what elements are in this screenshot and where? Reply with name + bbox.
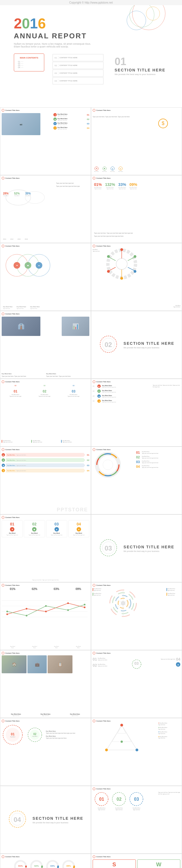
slide-4cards: i Content Title Here 01 ★ Key Word Type … bbox=[0, 515, 91, 582]
svg-point-39 bbox=[6, 613, 8, 615]
slide-row-11: 04 SECTION TITLE HERE We provide the bes… bbox=[0, 786, 182, 854]
svg-point-22 bbox=[120, 277, 123, 280]
svg-text:★: ★ bbox=[16, 264, 18, 267]
slide-business-photo: i Content Title Here 👔 📊 Key Word Here T… bbox=[0, 311, 91, 379]
slide-row-1: i Content Title Here 📷 ★ Key Word Here T… bbox=[0, 107, 182, 175]
slide-row-4: i Content Title Here 👔 📊 Key Word Here T… bbox=[0, 311, 182, 379]
contents-item-3: 03 ····· bbox=[18, 65, 40, 66]
svg-point-71 bbox=[121, 741, 123, 743]
svg-point-45 bbox=[26, 615, 27, 616]
svg-point-69 bbox=[135, 749, 138, 751]
slide-arrows: i Content Title Here ▶ Key Word Here Typ… bbox=[0, 446, 91, 515]
svg-point-20 bbox=[134, 255, 136, 258]
svg-point-24 bbox=[107, 255, 110, 258]
svg-point-21 bbox=[134, 270, 136, 273]
slide-percent-circles: i Content Title Here 01% Key WordHere 02 bbox=[0, 854, 91, 868]
watermark-top: Copyright © http://www.pptstore.net bbox=[0, 0, 182, 5]
slide-circular-icons: i Content Title Here 01 Key Word HereTyp… bbox=[91, 446, 182, 515]
slide-stats: i Content Title Here 01% Key Word HereTy… bbox=[91, 175, 182, 243]
pptstore-watermark: PPTSTORE bbox=[57, 507, 88, 513]
slide-row-6: i Content Title Here ▶ Key Word Here Typ… bbox=[0, 446, 182, 515]
slide-row-5: i Content Title Here " 01 Key Word HereT… bbox=[0, 379, 182, 446]
slide-dollar-diagram: i Content Title Here Type your text here… bbox=[91, 107, 182, 175]
section04-title: SECTION TITLE HERE bbox=[33, 816, 83, 820]
slide-brain: i Content Title Here 28%Key Word 52%Key … bbox=[0, 175, 91, 243]
main-subtitle: Nullam eu tempor purus. Nunc a leo magna… bbox=[14, 42, 91, 48]
contents-item-2: 02 ····· bbox=[18, 63, 40, 65]
svg-text:◆: ◆ bbox=[27, 264, 29, 267]
slide-row-2: i Content Title Here 28%Key Word 52%Key … bbox=[0, 175, 182, 243]
content-item-3: 03 CONTENT TITLE HERE bbox=[53, 69, 103, 77]
svg-point-44 bbox=[6, 611, 8, 612]
section-02-slide: 02 SECTION TITLE HERE We provide the bes… bbox=[91, 311, 182, 379]
slide-num-circles: i Content Title Here 01 Key Word HereTyp… bbox=[91, 786, 182, 854]
section02-sub: We provide the best way to your business bbox=[124, 347, 175, 349]
section04-sub: We provide the best way to your business bbox=[33, 822, 83, 824]
slide-row-7: i Content Title Here 01 ★ Key Word Type … bbox=[0, 515, 182, 582]
section01-sub: We provide the best way to your business bbox=[114, 73, 155, 75]
section03-title: SECTION TITLE HERE bbox=[124, 545, 175, 549]
slide-radial: i Content Title Here Key Word HereTy bbox=[91, 582, 182, 650]
contents-item-4: 04 ····· bbox=[18, 66, 40, 68]
slide-bubbles-0102: i Content Title Here 01 Key Word bbox=[0, 718, 91, 786]
svg-point-23 bbox=[107, 270, 110, 273]
slide-quotes: i Content Title Here " 01 Key Word HereT… bbox=[0, 379, 91, 446]
svg-point-32 bbox=[103, 460, 113, 470]
svg-line-58 bbox=[111, 603, 123, 611]
svg-marker-65 bbox=[106, 725, 137, 750]
content-item-4: 04 CONTENT TITLE HERE bbox=[53, 77, 103, 84]
svg-point-19 bbox=[120, 248, 123, 251]
contents-label: MAIN CONTENTS bbox=[18, 57, 40, 59]
svg-point-40 bbox=[26, 608, 27, 610]
section-04-slide: 04 SECTION TITLE HERE We provide the bes… bbox=[0, 786, 91, 854]
slide-circles: i Content Title Here ★ ◆ ▲ Key Word Here… bbox=[0, 243, 91, 311]
slide-3photos: i Content Title Here 🏠 💼 📋 Key Word Here… bbox=[0, 650, 91, 718]
svg-point-12 bbox=[116, 258, 127, 270]
svg-point-41 bbox=[45, 611, 47, 612]
svg-point-42 bbox=[67, 602, 69, 604]
title-slide: 2016 ANNUAL REPORT Nullam eu tempor puru… bbox=[0, 5, 182, 107]
slide-steps-0304: i Content Title Here 01 Key Word HereTyp… bbox=[91, 650, 182, 718]
slide-row-9: i Content Title Here 🏠 💼 📋 Key Word Here… bbox=[0, 650, 182, 718]
slide-triangles: i Content Title Here 01 Key Word Her bbox=[91, 718, 182, 786]
slide-row-8: i Content Title Here 01% 02% 03% 09% bbox=[0, 582, 182, 650]
section04-num: 04 bbox=[14, 816, 21, 824]
slide-numbered-icons: i Content Title Here 01 ▶ Key Word Here … bbox=[91, 379, 182, 446]
section01-num: 01 bbox=[114, 56, 126, 67]
svg-point-46 bbox=[45, 605, 47, 607]
contents-item-1: 01 ····· bbox=[18, 61, 40, 63]
section02-num: 02 bbox=[105, 341, 112, 349]
svg-point-70 bbox=[105, 749, 108, 751]
content-item-2: 02 CONTENT TITLE HERE bbox=[53, 62, 103, 69]
section03-sub: We provide the best way to your business bbox=[124, 550, 175, 552]
section02-title: SECTION TITLE HERE bbox=[124, 341, 175, 346]
svg-point-48 bbox=[84, 604, 85, 606]
slide-row-10: i Content Title Here 01 Key Word bbox=[0, 718, 182, 786]
slide-line-chart: i Content Title Here 01% 02% 03% 09% bbox=[0, 582, 91, 650]
content-item-1: 01 CONTENT TITLE HERE bbox=[53, 54, 103, 61]
section-03-slide: 03 SECTION TITLE HERE We provide the bes… bbox=[91, 515, 182, 582]
section03-num: 03 bbox=[105, 545, 112, 552]
svg-point-43 bbox=[84, 607, 85, 608]
slide-row-3: i Content Title Here ★ ◆ ▲ Key Word Here… bbox=[0, 243, 182, 311]
slide-wheel: i Content Title Here bbox=[91, 243, 182, 311]
svg-point-47 bbox=[67, 609, 69, 611]
main-title: ANNUAL REPORT bbox=[14, 32, 168, 40]
svg-text:▲: ▲ bbox=[38, 264, 40, 267]
slide-photo-icons: i Content Title Here 📷 ★ Key Word Here T… bbox=[0, 107, 91, 175]
section01-title: SECTION TITLE HERE bbox=[114, 68, 165, 72]
svg-point-68 bbox=[120, 724, 123, 726]
slide-swot: i Content Title Here S Key Word HereType… bbox=[91, 854, 182, 868]
slide-row-12: i Content Title Here 01% Key WordHere 02 bbox=[0, 854, 182, 868]
